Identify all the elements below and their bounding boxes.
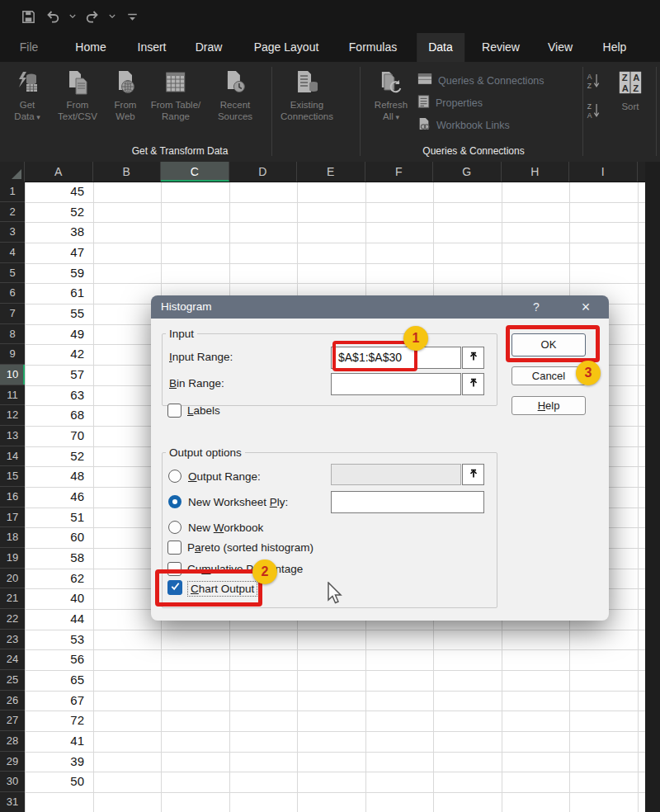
queries-connections-button[interactable]: Queries & Connections <box>417 73 544 88</box>
row-header-10[interactable]: 10 <box>0 365 25 385</box>
cell-a16[interactable]: 46 <box>26 487 84 508</box>
row-header-16[interactable]: 16 <box>0 487 25 508</box>
tab-file[interactable]: File <box>8 33 50 62</box>
sort-za-icon[interactable]: ZA <box>586 102 601 123</box>
cell-a22[interactable]: 44 <box>26 609 84 630</box>
row-header-4[interactable]: 4 <box>0 243 25 263</box>
output-range-field[interactable] <box>331 464 461 485</box>
bin-range-picker-button[interactable] <box>462 373 484 395</box>
redo-dropdown-icon[interactable] <box>107 14 117 19</box>
column-header-c[interactable]: C <box>161 162 229 182</box>
cell-a25[interactable]: 65 <box>26 670 84 691</box>
row-header-6[interactable]: 6 <box>0 283 25 304</box>
recent-sources-button[interactable]: RecentSources <box>218 68 252 122</box>
tab-view[interactable]: View <box>536 33 584 62</box>
column-header-b[interactable]: B <box>93 162 162 182</box>
row-header-29[interactable]: 29 <box>0 752 25 772</box>
cell-a23[interactable]: 53 <box>26 630 84 650</box>
get-data-button[interactable]: GetData ▾ <box>14 68 40 123</box>
row-header-18[interactable]: 18 <box>0 527 25 548</box>
row-header-19[interactable]: 19 <box>0 548 25 569</box>
cell-a14[interactable]: 52 <box>26 446 84 467</box>
row-header-28[interactable]: 28 <box>0 731 25 752</box>
from-text-csv-button[interactable]: FromText/CSV <box>58 68 97 122</box>
cell-a11[interactable]: 63 <box>26 385 84 406</box>
row-header-12[interactable]: 12 <box>0 405 25 426</box>
cell-a2[interactable]: 52 <box>26 202 84 223</box>
cell-a6[interactable]: 61 <box>26 283 84 304</box>
row-header-22[interactable]: 22 <box>0 609 25 630</box>
row-header-27[interactable]: 27 <box>0 710 25 731</box>
customize-quick-access-icon[interactable] <box>122 7 142 26</box>
cell-a9[interactable]: 42 <box>26 344 84 365</box>
column-header-h[interactable]: H <box>502 162 570 182</box>
cell-a30[interactable]: 50 <box>26 772 84 792</box>
new-worksheet-ply-field[interactable] <box>331 491 484 513</box>
row-header-25[interactable]: 25 <box>0 670 25 691</box>
tab-draw[interactable]: Draw <box>184 33 234 62</box>
tab-insert[interactable]: Insert <box>125 33 177 62</box>
row-header-2[interactable]: 2 <box>0 202 25 223</box>
output-range-radio[interactable] <box>168 470 182 483</box>
column-header-e[interactable]: E <box>297 162 365 182</box>
cell-a12[interactable]: 68 <box>26 405 84 426</box>
row-header-7[interactable]: 7 <box>0 304 25 324</box>
tab-review[interactable]: Review <box>470 33 531 62</box>
sort-button[interactable]: ZAAZ Sort <box>617 68 644 112</box>
cell-a29[interactable]: 39 <box>26 752 84 772</box>
row-header-23[interactable]: 23 <box>0 630 25 650</box>
cell-a28[interactable]: 41 <box>26 731 84 752</box>
undo-icon[interactable] <box>43 7 63 26</box>
tab-help[interactable]: Help <box>592 33 639 62</box>
dialog-help-icon[interactable]: ? <box>525 295 548 319</box>
properties-button[interactable]: Properties <box>417 95 544 111</box>
row-header-30[interactable]: 30 <box>0 772 25 792</box>
row-header-31[interactable]: 31 <box>0 792 25 812</box>
workbook-links-button[interactable]: Workbook Links <box>417 117 544 133</box>
existing-connections-button[interactable]: ExistingConnections <box>280 68 333 122</box>
cell-a4[interactable]: 47 <box>26 243 84 263</box>
row-header-24[interactable]: 24 <box>0 649 25 670</box>
from-web-button[interactable]: FromWeb <box>112 68 139 122</box>
tab-data[interactable]: Data <box>417 33 464 62</box>
row-header-21[interactable]: 21 <box>0 588 25 609</box>
from-table-range-button[interactable]: From Table/Range <box>151 68 201 122</box>
column-header-i[interactable]: I <box>569 162 638 182</box>
sort-az-icon[interactable]: AZ <box>586 72 601 93</box>
cell-a21[interactable]: 40 <box>26 588 84 609</box>
row-header-26[interactable]: 26 <box>0 691 25 711</box>
row-header-14[interactable]: 14 <box>0 446 25 467</box>
row-header-5[interactable]: 5 <box>0 263 25 284</box>
cell-a24[interactable]: 56 <box>26 649 84 670</box>
cell-a26[interactable]: 67 <box>26 691 84 711</box>
select-all-corner[interactable] <box>0 162 25 182</box>
cell-a5[interactable]: 59 <box>26 263 84 284</box>
dialog-close-icon[interactable]: × <box>574 295 597 319</box>
cell-a19[interactable]: 58 <box>26 548 84 569</box>
cell-a8[interactable]: 49 <box>26 324 84 345</box>
undo-dropdown-icon[interactable] <box>68 14 78 19</box>
refresh-all-button[interactable]: RefreshAll ▾ <box>375 68 408 123</box>
bin-range-field[interactable] <box>331 373 461 395</box>
cell-a17[interactable]: 51 <box>26 508 84 528</box>
new-workbook-radio[interactable] <box>168 521 182 534</box>
row-header-15[interactable]: 15 <box>0 466 25 487</box>
cell-a1[interactable]: 45 <box>26 182 84 202</box>
cell-a3[interactable]: 38 <box>26 222 84 243</box>
cell-a7[interactable]: 55 <box>26 304 84 324</box>
cell-a13[interactable]: 70 <box>26 426 84 446</box>
column-header-f[interactable]: F <box>365 162 434 182</box>
row-header-3[interactable]: 3 <box>0 222 25 243</box>
input-range-picker-button[interactable] <box>462 347 484 369</box>
output-range-picker-button[interactable] <box>462 464 484 485</box>
cell-a20[interactable]: 62 <box>26 569 84 589</box>
pareto-checkbox[interactable] <box>167 541 182 555</box>
cell-a27[interactable]: 72 <box>26 710 84 731</box>
column-header-a[interactable]: A <box>25 162 93 182</box>
tab-page-layout[interactable]: Page Layout <box>243 33 331 62</box>
cell-a15[interactable]: 48 <box>26 466 84 487</box>
row-header-13[interactable]: 13 <box>0 426 25 446</box>
tab-home[interactable]: Home <box>64 33 117 62</box>
redo-icon[interactable] <box>82 7 102 26</box>
cell-a10[interactable]: 57 <box>26 365 84 385</box>
